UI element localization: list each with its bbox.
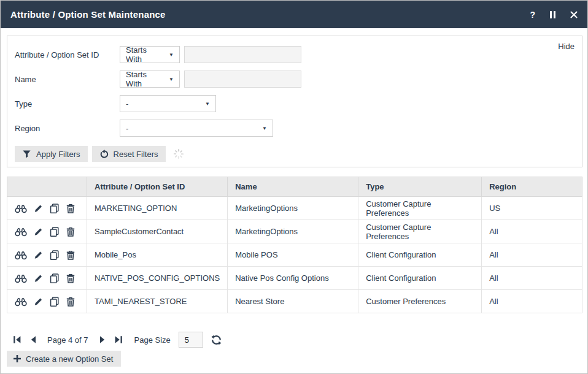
delete-trash-icon[interactable] (66, 227, 75, 237)
last-page-icon[interactable] (114, 335, 123, 344)
attribute-id-operator-value: Starts With (126, 45, 164, 64)
view-binoculars-icon[interactable] (15, 204, 27, 213)
filter-label-type: Type (15, 99, 120, 109)
filter-panel: Hide Attribute / Option Set ID Starts Wi… (7, 36, 582, 167)
create-option-set-label: Create a new Option Set (26, 354, 113, 364)
column-header-type: Type (358, 177, 482, 197)
chevron-down-icon: ▼ (205, 101, 210, 107)
plus-icon (14, 355, 21, 362)
name-operator-value: Starts With (126, 70, 164, 88)
reset-filters-button[interactable]: Reset Filters (92, 146, 166, 162)
cell-name: Mobile POS (228, 243, 358, 267)
cell-type: Client Configuration (358, 267, 482, 290)
view-binoculars-icon[interactable] (15, 273, 27, 283)
filter-row-name: Name Starts With ▼ (15, 71, 301, 88)
reset-filters-label: Reset Filters (114, 150, 158, 159)
cell-type: Customer Capture Preferences (358, 197, 482, 220)
cell-id: SampleCustomerContact (87, 220, 228, 243)
apply-filters-button[interactable]: Apply Filters (15, 146, 88, 162)
table-row: TAMI_NEAREST_STORE Nearest Store Custome… (7, 290, 582, 313)
filter-row-attribute-id: Attribute / Option Set ID Starts With ▼ (15, 46, 301, 63)
cell-name: Nearest Store (228, 290, 358, 313)
cell-id: Mobile_Pos (87, 243, 228, 267)
cell-region: US (482, 197, 582, 220)
attribute-option-set-maintenance-window: Attribute / Option Set Maintenance ? Hid… (0, 0, 588, 374)
help-icon[interactable]: ? (530, 10, 535, 19)
filter-actions: Apply Filters Reset Filters (15, 146, 184, 162)
loading-spinner-icon (174, 149, 184, 159)
close-icon[interactable] (570, 11, 578, 18)
create-option-set-button[interactable]: Create a new Option Set (7, 351, 121, 367)
edit-pencil-icon[interactable] (34, 204, 43, 213)
attribute-id-operator-dropdown[interactable]: Starts With ▼ (120, 46, 180, 63)
delete-trash-icon[interactable] (66, 250, 75, 260)
edit-pencil-icon[interactable] (34, 297, 43, 307)
delete-trash-icon[interactable] (66, 273, 75, 283)
copy-icon[interactable] (50, 227, 60, 237)
cell-id: TAMI_NEAREST_STORE (87, 290, 228, 313)
cell-region: All (482, 243, 582, 267)
cell-region: All (482, 267, 582, 290)
first-page-icon[interactable] (13, 335, 21, 344)
column-header-name: Name (228, 177, 358, 197)
column-header-id: Attribute / Option Set ID (87, 177, 228, 197)
attribute-id-filter-input[interactable] (184, 46, 301, 63)
hide-filters-link[interactable]: Hide (558, 42, 574, 51)
table-row: NATIVE_POS_CONFIG_OPTIONS Native Pos Con… (7, 267, 582, 290)
edit-pencil-icon[interactable] (34, 273, 43, 283)
cell-region: All (482, 290, 582, 313)
filter-label-region: Region (15, 124, 120, 133)
chevron-down-icon: ▼ (169, 52, 174, 58)
cell-name: MarketingOptions (228, 197, 358, 220)
table-row: MARKETING_OPTION MarketingOptions Custom… (7, 197, 582, 220)
delete-trash-icon[interactable] (66, 297, 75, 307)
pause-icon[interactable] (550, 11, 555, 18)
filter-row-region: Region - ▼ (15, 120, 273, 137)
title-bar: Attribute / Option Set Maintenance ? (1, 1, 587, 28)
copy-icon[interactable] (50, 273, 60, 283)
table-row: Mobile_Pos Mobile POS Client Configurati… (7, 243, 582, 267)
view-binoculars-icon[interactable] (15, 297, 27, 307)
apply-filters-label: Apply Filters (36, 150, 80, 159)
cell-name: MarketingOptions (228, 220, 358, 243)
cell-id: NATIVE_POS_CONFIG_OPTIONS (87, 267, 228, 290)
reset-undo-icon (99, 150, 109, 159)
edit-pencil-icon[interactable] (34, 250, 43, 260)
name-filter-input[interactable] (184, 71, 301, 88)
table-row: SampleCustomerContact MarketingOptions C… (7, 220, 582, 243)
page-indicator: Page 4 of 7 (47, 335, 88, 345)
cell-type: Client Configuration (358, 243, 482, 267)
cell-id: MARKETING_OPTION (87, 197, 228, 220)
filter-funnel-icon (22, 150, 31, 159)
chevron-down-icon: ▼ (169, 77, 174, 82)
cell-type: Customer Preferences (358, 290, 482, 313)
cell-region: All (482, 220, 582, 243)
cell-name: Native Pos Config Options (228, 267, 358, 290)
delete-trash-icon[interactable] (66, 204, 75, 213)
copy-icon[interactable] (50, 204, 60, 213)
table-header-row: Attribute / Option Set ID Name Type Regi… (7, 177, 582, 197)
page-size-label: Page Size (134, 335, 171, 345)
page-size-input[interactable] (179, 332, 203, 348)
column-header-region: Region (482, 177, 582, 197)
filter-label-name: Name (15, 75, 120, 84)
filter-label-attribute-id: Attribute / Option Set ID (15, 50, 120, 59)
filter-row-type: Type - ▼ (15, 95, 216, 112)
refresh-icon[interactable] (211, 335, 222, 345)
type-dropdown[interactable]: - ▼ (120, 95, 216, 112)
window-controls: ? (530, 10, 578, 19)
edit-pencil-icon[interactable] (34, 227, 43, 237)
window-title: Attribute / Option Set Maintenance (10, 9, 166, 20)
actions-column-header (7, 177, 87, 197)
view-binoculars-icon[interactable] (15, 250, 27, 260)
next-page-icon[interactable] (98, 335, 106, 344)
region-dropdown[interactable]: - ▼ (120, 120, 273, 137)
copy-icon[interactable] (50, 297, 60, 307)
previous-page-icon[interactable] (29, 335, 38, 344)
copy-icon[interactable] (50, 250, 60, 260)
chevron-down-icon: ▼ (262, 126, 267, 131)
option-set-table: Attribute / Option Set ID Name Type Regi… (7, 177, 582, 313)
view-binoculars-icon[interactable] (15, 227, 27, 237)
type-selected-value: - (126, 99, 128, 109)
name-operator-dropdown[interactable]: Starts With ▼ (120, 71, 180, 88)
